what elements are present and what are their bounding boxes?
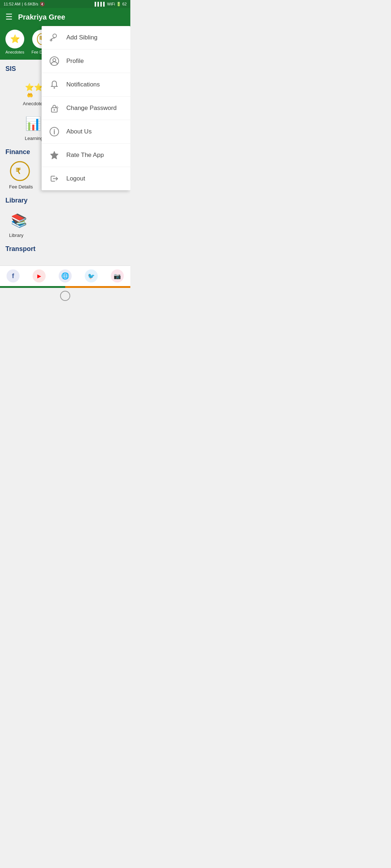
logout-icon: [49, 173, 60, 184]
profile-menu-item[interactable]: Profile: [42, 50, 130, 73]
network-speed: |: [22, 2, 23, 6]
profile-icon: [49, 56, 60, 67]
notifications-label: Notifications: [66, 81, 100, 88]
about-us-menu-item[interactable]: About Us: [42, 120, 130, 144]
dropdown-menu: Add Sibling Profile Notifications: [42, 26, 130, 190]
profile-label: Profile: [66, 58, 84, 65]
rate-app-label: Rate The App: [66, 152, 104, 159]
lock-icon: [49, 103, 60, 114]
svg-point-13: [53, 59, 56, 61]
notifications-icon: [49, 79, 60, 90]
logout-label: Logout: [66, 175, 85, 182]
svg-point-14: [54, 87, 55, 89]
status-right: ▌▌▌▌ WiFi 🔋 62: [95, 2, 127, 7]
svg-line-17: [56, 106, 58, 107]
svg-marker-22: [50, 151, 58, 159]
status-bar: 11:52 AM | 6.6KB/s 🔇 ▌▌▌▌ WiFi 🔋 62: [0, 0, 130, 8]
svg-point-16: [54, 109, 55, 111]
svg-point-21: [54, 129, 55, 131]
logout-menu-item[interactable]: Logout: [42, 167, 130, 190]
time-display: 11:52 AM: [4, 2, 20, 6]
add-sibling-label: Add Sibling: [66, 34, 97, 41]
battery-level: 62: [122, 2, 127, 6]
add-sibling-icon: [49, 32, 60, 43]
about-us-label: About Us: [66, 128, 92, 135]
star-icon: [49, 150, 60, 161]
change-password-label: Change Password: [66, 105, 117, 112]
info-icon: [49, 126, 60, 137]
change-password-menu-item[interactable]: Change Password: [42, 97, 130, 120]
wifi-icon: WiFi: [107, 2, 115, 6]
network-speed-value: 6.6KB/s: [24, 2, 38, 6]
add-sibling-menu-item[interactable]: Add Sibling: [42, 26, 130, 50]
status-left: 11:52 AM | 6.6KB/s 🔇: [4, 2, 45, 7]
rate-app-menu-item[interactable]: Rate The App: [42, 144, 130, 167]
dropdown-overlay: Add Sibling Profile Notifications: [0, 8, 130, 304]
svg-point-8: [53, 34, 56, 38]
notifications-menu-item[interactable]: Notifications: [42, 73, 130, 97]
signal-icon: ▌▌▌▌: [95, 2, 106, 6]
mute-icon: 🔇: [40, 2, 45, 7]
battery-icon: 🔋: [116, 2, 121, 7]
